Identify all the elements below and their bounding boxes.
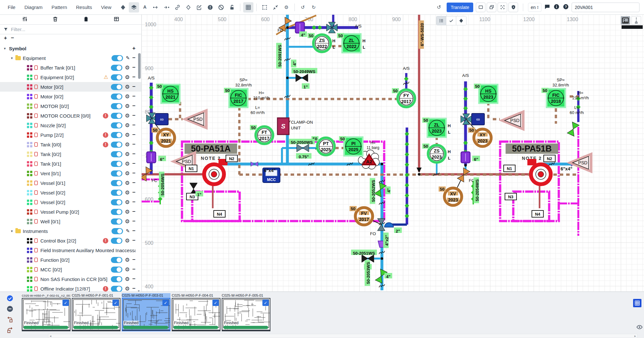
gear-icon[interactable]: ⚙ <box>125 75 130 80</box>
page-thumbnail[interactable]: C025-W-H050-P-F-005-01✓Finished <box>222 293 270 331</box>
visibility-toggle[interactable] <box>111 218 122 225</box>
gear-icon[interactable]: ⚙ <box>125 286 130 292</box>
tree-item-vessel-pump[interactable]: Vessel Pump [0/2]⚙− <box>0 207 141 217</box>
visibility-toggle[interactable] <box>111 190 122 196</box>
visibility-toggle[interactable] <box>111 228 123 234</box>
tree-item-pump[interactable]: Pump [2/2]!⚙− <box>0 130 141 140</box>
edit-icon[interactable] <box>194 2 204 12</box>
gear-icon[interactable]: ⚙ <box>125 171 130 176</box>
remove-icon[interactable]: − <box>132 93 136 100</box>
remove-icon[interactable]: − <box>132 228 136 234</box>
remove-icon[interactable]: − <box>132 209 136 215</box>
visibility-toggle[interactable] <box>111 142 122 148</box>
clipboard-icon[interactable] <box>83 16 89 23</box>
tree-item-tank[interactable]: Tank [0/0]!⚙− <box>0 140 141 149</box>
page-thumbnail[interactable]: C025-W-H050-P-_F-002-01_A2_001✓Finished <box>22 293 70 331</box>
remove-icon[interactable]: − <box>132 161 136 167</box>
visibility-toggle[interactable] <box>111 113 122 119</box>
gear-icon[interactable]: ⚙ <box>125 276 130 282</box>
visibility-toggle[interactable] <box>111 84 122 90</box>
collapse-all-button[interactable]: − <box>11 35 14 41</box>
sidebar-scrollbar[interactable] <box>138 34 141 287</box>
gear-icon[interactable]: ⚙ <box>125 84 130 90</box>
tree-root-symbol[interactable]: ▾Symbol+ <box>0 44 141 53</box>
tree-item-function[interactable]: Function [0/2]⚙− <box>0 255 141 265</box>
remove-icon[interactable]: − <box>132 122 136 128</box>
tree-item-offline-indicator[interactable]: Offline Indicator [12/87]!⚙− <box>0 284 141 292</box>
trash-red-icon[interactable] <box>6 337 14 338</box>
search-input[interactable] <box>572 3 640 12</box>
gear-icon[interactable]: ⚙ <box>125 152 130 157</box>
visibility-toggle[interactable] <box>111 170 122 177</box>
visibility-toggle[interactable] <box>111 74 122 80</box>
gear-icon[interactable]: ⚙ <box>125 267 130 272</box>
gear-icon[interactable]: ⚙ <box>125 219 130 224</box>
page-check-badge[interactable]: ✓ <box>212 300 219 306</box>
info-icon[interactable] <box>553 4 560 11</box>
layout-window-icon[interactable] <box>633 299 641 307</box>
chevron-down-icon[interactable]: ▾ <box>10 56 14 60</box>
menu-results[interactable]: Results <box>73 3 95 12</box>
visibility-toggle[interactable] <box>111 55 123 61</box>
tree-item-vent[interactable]: Vent [0/1]⚙− <box>0 169 141 178</box>
selection-icon[interactable] <box>260 2 270 12</box>
lock-open-icon[interactable] <box>227 2 237 12</box>
link-icon[interactable] <box>172 2 183 12</box>
minus-circle-icon[interactable] <box>6 305 14 313</box>
ban-icon[interactable] <box>216 2 226 12</box>
flask-mode-button[interactable] <box>632 16 641 25</box>
gear-icon[interactable]: ⚙ <box>125 94 130 99</box>
gear-icon[interactable]: ⚙ <box>125 123 130 128</box>
remove-icon[interactable]: − <box>132 218 136 225</box>
page-check-badge[interactable]: ✓ <box>262 300 269 306</box>
menu-pattern[interactable]: Pattern <box>48 3 70 12</box>
remove-icon[interactable]: − <box>132 199 136 205</box>
gear-icon[interactable]: ⚙ <box>125 180 130 186</box>
visibility-toggle[interactable] <box>111 180 122 186</box>
tree-item-buffer-tank[interactable]: Buffer Tank [0/1]⚙− <box>0 63 141 72</box>
tree-item-control-box[interactable]: Control Box [2/2]!⚙− <box>0 236 141 245</box>
filter-input[interactable] <box>11 27 138 32</box>
chat-icon[interactable] <box>544 4 550 11</box>
arrow-in-icon[interactable] <box>161 2 172 12</box>
visibility-toggle[interactable] <box>111 209 122 215</box>
page-thumbnail[interactable]: C025-W-H050-P-F-001-01✓Finished <box>72 293 120 331</box>
gear-icon[interactable]: ⚙ <box>125 132 130 138</box>
tree-item-motor[interactable]: Motor [0/2]⚙− <box>0 82 141 92</box>
visibility-toggle[interactable] <box>111 286 122 292</box>
chevron-down-icon[interactable]: ▾ <box>10 229 14 233</box>
visibility-toggle[interactable] <box>111 132 122 138</box>
cascade-icon[interactable] <box>487 3 496 12</box>
remove-icon[interactable]: − <box>132 151 136 157</box>
gear-icon[interactable]: ⚙ <box>125 161 130 167</box>
translate-button[interactable]: Translate <box>447 3 474 12</box>
arrow-out-icon[interactable] <box>151 2 161 12</box>
list-view-button[interactable] <box>436 16 446 25</box>
horizontal-scrollbar[interactable]: ◂ ▸ <box>48 334 638 338</box>
add-icon[interactable]: + <box>132 45 136 52</box>
page-check-badge[interactable]: ✓ <box>62 300 69 306</box>
scroll-down-arrow[interactable]: ▼ <box>137 289 140 292</box>
tree-item-non-sas-function-in-ccr[interactable]: Non SAS Function in CCR [0/5]⚙− <box>0 274 141 284</box>
visibility-toggle[interactable] <box>111 276 122 282</box>
remove-icon[interactable]: − <box>132 257 136 263</box>
remove-icon[interactable]: − <box>132 237 136 244</box>
visibility-toggle[interactable] <box>111 122 122 128</box>
remove-icon[interactable]: − <box>132 103 136 109</box>
help-icon[interactable]: ? <box>563 4 569 11</box>
gear-icon[interactable]: ⚙ <box>125 142 130 147</box>
tree-item-vessel[interactable]: Vessel [0/2]⚙− <box>0 188 141 197</box>
scroll-left-arrow[interactable]: ◂ <box>50 334 51 338</box>
tree-item-nozzle[interactable]: Nozzle [0/2]⚙− <box>0 120 141 130</box>
page-check-badge[interactable]: ✓ <box>112 300 119 306</box>
remove-icon[interactable]: − <box>132 170 136 177</box>
edit-icon[interactable]: ✎ <box>126 55 130 61</box>
visibility-toggle[interactable] <box>111 161 122 167</box>
menu-file[interactable]: File <box>4 3 19 12</box>
window-icon[interactable] <box>476 3 485 12</box>
gear-icon[interactable]: ⚙ <box>125 103 130 109</box>
gear-icon[interactable]: ⚙ <box>125 257 130 263</box>
gear-icon[interactable]: ⚙ <box>125 190 130 195</box>
tree-item-equipment[interactable]: Equipment [0/2]⚠⚙− <box>0 72 141 82</box>
sliders-icon[interactable] <box>22 16 28 23</box>
